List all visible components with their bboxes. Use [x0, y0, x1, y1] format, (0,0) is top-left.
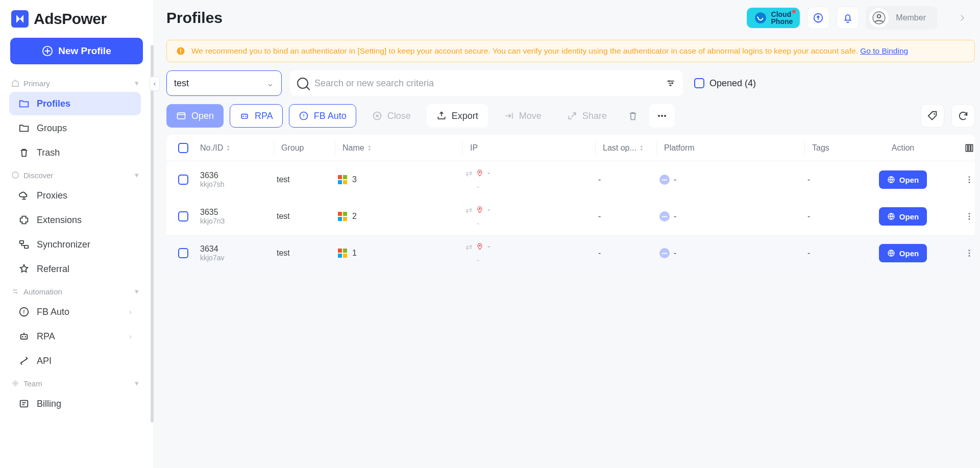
tag-icon	[927, 110, 938, 121]
table-row[interactable]: 3634kkjo7av test 1 ⇄- - - •••- - Open	[166, 235, 975, 272]
browser-icon	[887, 176, 895, 184]
open-button[interactable]: Open	[166, 104, 224, 128]
swap-icon: ⇄	[465, 242, 472, 252]
home-icon	[11, 79, 19, 87]
col-ip[interactable]: IP	[462, 141, 595, 155]
col-platform[interactable]: Platform	[656, 141, 804, 155]
svg-rect-35	[971, 144, 972, 151]
more-button[interactable]	[649, 104, 675, 128]
robot-icon	[18, 331, 30, 342]
security-banner: We recommend you to bind an authenticato…	[166, 40, 975, 62]
group-select[interactable]: test ⌄	[166, 70, 282, 96]
new-profile-button[interactable]: New Profile	[10, 38, 143, 64]
cell-group: test	[274, 175, 335, 184]
row-more-button[interactable]	[952, 249, 980, 258]
svg-rect-22	[178, 113, 185, 119]
svg-point-32	[934, 113, 935, 115]
col-group[interactable]: Group	[274, 141, 335, 155]
row-open-button[interactable]: Open	[879, 207, 927, 226]
app-name: AdsPower	[34, 10, 107, 28]
row-checkbox[interactable]	[178, 175, 188, 185]
svg-text:f: f	[23, 309, 25, 315]
compass-icon	[11, 171, 19, 179]
delete-button[interactable]	[623, 104, 643, 128]
export-button[interactable]: Export	[427, 104, 488, 128]
columns-icon	[964, 143, 974, 153]
svg-point-49	[969, 253, 970, 254]
location-icon	[476, 243, 483, 250]
cloud-phone-button[interactable]: Cloud Phone	[747, 8, 800, 28]
logo-mark-icon	[11, 10, 29, 28]
row-more-button[interactable]	[952, 212, 980, 221]
cell-lastop: -	[595, 175, 656, 184]
cell-platform: •••-	[656, 211, 804, 221]
location-icon	[476, 169, 483, 177]
search-input[interactable]	[314, 78, 659, 89]
section-automation[interactable]: Automation ▾	[0, 282, 150, 299]
windows-icon	[338, 175, 347, 184]
sidebar-item-fbauto[interactable]: f FB Auto ›	[9, 300, 141, 324]
svg-point-19	[668, 80, 670, 82]
update-button[interactable]	[807, 7, 829, 29]
cell-ip: ⇄- -	[462, 205, 595, 228]
sidebar-collapse-button[interactable]: ‹	[150, 77, 160, 91]
member-menu[interactable]: Member	[866, 6, 937, 30]
svg-rect-33	[966, 144, 967, 151]
col-name[interactable]: Name▲▼	[335, 141, 462, 155]
go-to-binding-link[interactable]: Go to Binding	[860, 46, 908, 55]
row-open-button[interactable]: Open	[879, 244, 927, 262]
col-no[interactable]: No./ID▲▼	[197, 143, 274, 153]
table-row[interactable]: 3635kkjo7n3 test 2 ⇄- - - •••- - Open	[166, 198, 975, 235]
filter-row: test ⌄ Opened (4)	[166, 70, 975, 96]
folder-icon	[18, 122, 30, 134]
row-checkbox[interactable]	[178, 211, 188, 221]
windows-icon	[338, 249, 347, 258]
column-settings-button[interactable]	[952, 143, 980, 153]
svg-point-18	[180, 53, 181, 54]
notifications-button[interactable]	[837, 7, 859, 29]
section-primary[interactable]: Primary ▾	[0, 73, 150, 91]
profiles-table: No./ID▲▼ Group Name▲▼ IP Last op...▲▼ Pl…	[166, 135, 975, 272]
col-tags[interactable]: Tags	[804, 141, 850, 155]
section-team[interactable]: Team ▾	[0, 374, 150, 391]
sidebar-item-rpa[interactable]: RPA ›	[9, 325, 141, 348]
sidebar-item-synchronizer[interactable]: Synchronizer	[9, 233, 141, 256]
location-icon	[476, 206, 483, 213]
col-lastop[interactable]: Last op...▲▼	[595, 141, 656, 155]
fbauto-button[interactable]: f FB Auto	[289, 104, 356, 128]
row-open-button[interactable]: Open	[879, 170, 927, 189]
rpa-button[interactable]: RPA	[230, 104, 283, 128]
search-icon	[297, 78, 308, 89]
sidebar-item-billing[interactable]: Billing	[9, 392, 141, 415]
sidebar-item-extensions[interactable]: Extensions	[9, 208, 141, 232]
cell-name: 3	[335, 175, 462, 184]
row-more-button[interactable]	[952, 175, 980, 184]
export-icon	[436, 111, 447, 121]
section-discover[interactable]: Discover ▾	[0, 165, 150, 183]
cell-tags: -	[804, 212, 850, 221]
windows-icon	[338, 212, 347, 221]
move-button[interactable]: Move	[494, 104, 551, 128]
sidebar-item-proxies[interactable]: Proxies	[9, 184, 141, 207]
close-button[interactable]: Close	[362, 104, 421, 128]
browser-icon	[887, 212, 895, 220]
tags-button[interactable]	[921, 104, 944, 128]
row-checkbox[interactable]	[178, 248, 188, 258]
svg-point-11	[14, 382, 16, 384]
share-button[interactable]: Share	[557, 104, 617, 128]
sidebar-item-groups[interactable]: Groups	[9, 116, 141, 140]
sidebar-item-api[interactable]: API	[9, 349, 141, 373]
opened-filter[interactable]: Opened (4)	[694, 78, 756, 89]
table-header: No./ID▲▼ Group Name▲▼ IP Last op...▲▼ Pl…	[166, 135, 975, 161]
select-all-checkbox[interactable]	[178, 143, 188, 153]
sidebar-item-referral[interactable]: Referral	[9, 257, 141, 281]
chevron-down-icon: ⌄	[266, 78, 274, 89]
refresh-button[interactable]	[951, 104, 975, 128]
filter-icon[interactable]	[666, 78, 676, 88]
sidebar: AdsPower New Profile Primary ▾ Profiles …	[0, 0, 153, 468]
table-row[interactable]: 3636kkjo7sh test 3 ⇄- - - •••- - Open	[166, 161, 975, 198]
sidebar-item-profiles[interactable]: Profiles	[9, 92, 141, 115]
account-next-button[interactable]	[958, 13, 967, 22]
svg-point-29	[658, 115, 660, 117]
sidebar-item-trash[interactable]: Trash	[9, 141, 141, 164]
